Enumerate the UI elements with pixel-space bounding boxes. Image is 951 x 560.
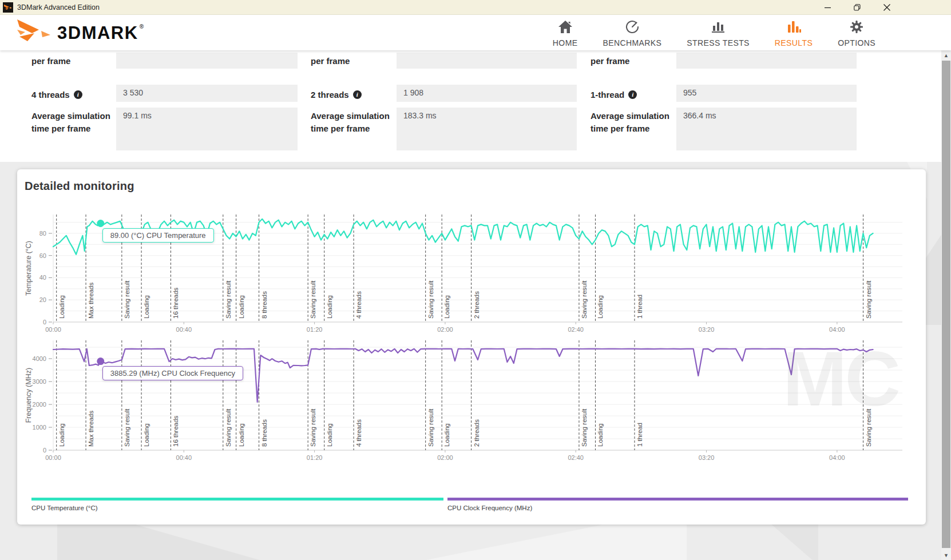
info-icon[interactable]: i — [353, 90, 362, 99]
3dmark-logo[interactable]: 3DMARK® — [16, 18, 142, 48]
svg-text:8 threads: 8 threads — [261, 419, 268, 447]
scroll-down-arrow[interactable]: ▼ — [941, 550, 951, 560]
avg-time-label: Average simulation time per frame — [31, 110, 117, 135]
nav-stress-tests-label: STRESS TESTS — [687, 38, 750, 47]
svg-text:80: 80 — [39, 230, 46, 237]
nav-benchmarks[interactable]: BENCHMARKS — [603, 15, 661, 50]
svg-text:00:40: 00:40 — [176, 326, 192, 333]
detailed-monitoring-card: Detailed monitoring 020406080Temperature… — [17, 169, 926, 525]
vertical-scrollbar[interactable]: ▲ ▼ — [941, 50, 951, 560]
score-summary-section: per frame 4 threads i 3 530 Average simu… — [0, 50, 941, 162]
frequency-chart[interactable]: 01000200030004000Frequency (MHz)00:0000:… — [23, 335, 916, 467]
svg-text:00:00: 00:00 — [45, 326, 61, 333]
svg-text:Loading: Loading — [443, 423, 450, 447]
svg-text:Saving result: Saving result — [124, 280, 130, 319]
svg-text:Saving result: Saving result — [310, 280, 316, 319]
card-title: Detailed monitoring — [25, 180, 134, 193]
partial-row-value — [676, 53, 857, 69]
svg-text:03:20: 03:20 — [699, 326, 715, 333]
legend-label: CPU Clock Frequency (MHz) — [447, 505, 908, 511]
svg-text:Saving result: Saving result — [225, 280, 232, 319]
temperature-chart[interactable]: 020406080Temperature (°C)00:0000:4001:20… — [23, 201, 916, 340]
svg-text:Loading: Loading — [597, 423, 604, 447]
svg-text:Saving result: Saving result — [225, 408, 232, 447]
svg-text:Loading: Loading — [326, 295, 333, 319]
legend-label: CPU Temperature (°C) — [31, 505, 443, 511]
svg-text:Saving result: Saving result — [581, 408, 588, 447]
svg-text:Saving result: Saving result — [427, 280, 434, 319]
minimize-button[interactable] — [814, 0, 841, 15]
svg-text:Loading: Loading — [238, 295, 245, 319]
nav-benchmarks-label: BENCHMARKS — [603, 38, 661, 47]
thread-label-text: 4 threads — [31, 89, 70, 101]
svg-text:04:00: 04:00 — [829, 454, 845, 461]
svg-text:Saving result: Saving result — [124, 408, 130, 447]
nav-items: HOME BENCHMARKS STRESS TESTS RESULTS — [553, 15, 875, 50]
nav-stress-tests[interactable]: STRESS TESTS — [687, 15, 750, 50]
window-title-bar: 3DMark Advanced Edition — [0, 0, 951, 15]
main-navigation: 3DMARK® HOME BENCHMARKS STRESS TESTS RES… — [0, 15, 951, 50]
score-column-4-threads: per frame 4 threads i 3 530 Average simu… — [31, 50, 298, 162]
svg-text:Max threads: Max threads — [88, 282, 94, 319]
svg-text:Saving result: Saving result — [427, 408, 434, 447]
close-button[interactable] — [874, 0, 900, 15]
svg-text:Max threads: Max threads — [88, 410, 94, 447]
registered-mark: ® — [140, 23, 144, 30]
nav-home-label: HOME — [553, 38, 578, 47]
restore-button[interactable] — [844, 0, 870, 15]
svg-text:04:00: 04:00 — [829, 326, 845, 333]
svg-text:Loading: Loading — [143, 423, 150, 447]
chart-svg: 020406080Temperature (°C)00:0000:4001:20… — [23, 201, 916, 340]
thread-score-value: 1 908 — [397, 85, 577, 102]
svg-text:Loading: Loading — [238, 423, 245, 447]
nav-options[interactable]: OPTIONS — [838, 15, 875, 50]
svg-text:00:00: 00:00 — [45, 454, 61, 461]
svg-text:Loading: Loading — [143, 295, 150, 319]
window-title: 3DMark Advanced Edition — [17, 3, 100, 11]
avg-time-label: Average simulation time per frame — [591, 110, 676, 135]
app-icon — [3, 2, 13, 13]
svg-text:02:00: 02:00 — [437, 326, 453, 333]
avg-time-value: 366.4 ms — [676, 108, 857, 150]
svg-text:4000: 4000 — [33, 355, 46, 362]
svg-text:3000: 3000 — [33, 378, 46, 385]
svg-text:40: 40 — [39, 274, 46, 281]
svg-text:4 threads: 4 threads — [355, 419, 362, 447]
chart-tooltip: 89.00 (°C) CPU Temperature — [102, 228, 214, 243]
svg-text:Loading: Loading — [58, 423, 65, 447]
svg-text:16 threads: 16 threads — [172, 415, 179, 447]
svg-text:02:40: 02:40 — [568, 454, 584, 461]
svg-text:1 thread: 1 thread — [636, 423, 643, 447]
svg-text:16 threads: 16 threads — [172, 287, 179, 319]
partial-row-label: per frame — [311, 55, 394, 67]
svg-text:2000: 2000 — [33, 401, 46, 408]
svg-text:4 threads: 4 threads — [355, 291, 362, 319]
info-icon[interactable]: i — [628, 90, 637, 99]
nav-results[interactable]: RESULTS — [775, 15, 813, 50]
legend-item-temperature[interactable]: CPU Temperature (°C) — [31, 498, 443, 511]
scrollbar-thumb[interactable] — [942, 61, 950, 548]
svg-text:8 threads: 8 threads — [261, 291, 268, 319]
svg-text:Loading: Loading — [58, 295, 65, 319]
partial-row-label: per frame — [591, 55, 674, 67]
score-column-2-threads: per frame 2 threads i 1 908 Average simu… — [311, 50, 577, 162]
thread-score-value: 955 — [676, 85, 857, 102]
svg-text:Saving result: Saving result — [865, 408, 872, 447]
home-icon — [558, 20, 573, 36]
thread-score-label: 2 threads i — [311, 89, 408, 101]
gauge-icon — [625, 20, 640, 36]
svg-text:0: 0 — [43, 319, 46, 325]
legend-item-frequency[interactable]: CPU Clock Frequency (MHz) — [447, 498, 908, 511]
legend-color-bar — [447, 498, 908, 501]
info-icon[interactable]: i — [74, 90, 82, 99]
svg-text:Loading: Loading — [597, 295, 604, 319]
svg-text:01:20: 01:20 — [307, 454, 323, 461]
svg-text:Saving result: Saving result — [581, 280, 588, 319]
nav-home[interactable]: HOME — [553, 15, 578, 50]
scroll-up-arrow[interactable]: ▲ — [941, 50, 951, 60]
results-bars-icon — [786, 20, 801, 36]
partial-row-label: per frame — [31, 55, 115, 67]
svg-text:60: 60 — [39, 252, 46, 259]
svg-text:Saving result: Saving result — [865, 280, 872, 319]
thread-score-label: 1-thread i — [591, 89, 688, 101]
